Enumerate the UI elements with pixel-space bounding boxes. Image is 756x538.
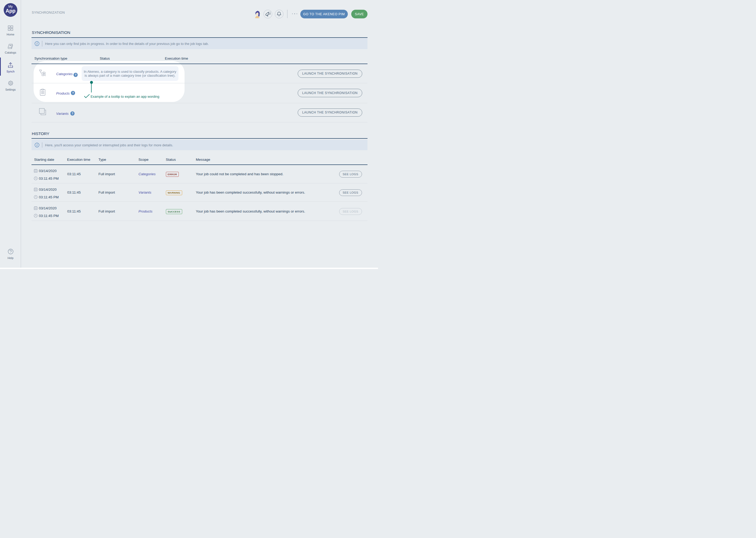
svg-text:i: i [36, 42, 37, 45]
svg-text:i: i [36, 143, 37, 147]
